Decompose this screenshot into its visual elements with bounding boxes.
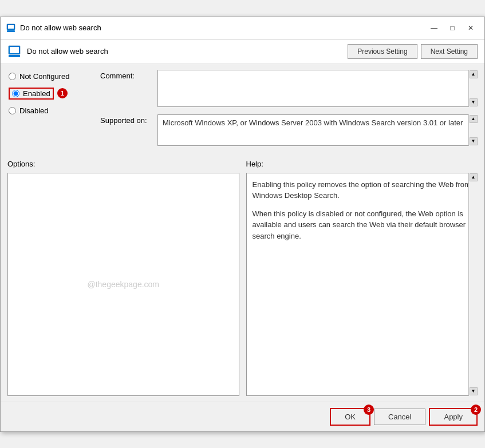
- help-scroll-down[interactable]: ▼: [470, 387, 478, 395]
- title-bar: Do not allow web search — □ ✕: [1, 17, 484, 39]
- minimize-button[interactable]: —: [426, 22, 442, 34]
- left-panel: Not Configured Enabled 1 Disabled: [7, 70, 93, 152]
- header-bar: Do not allow web search Previous Setting…: [1, 39, 484, 64]
- enabled-badge: 1: [57, 88, 68, 98]
- watermark-text: @thegeekpage.com: [87, 280, 159, 289]
- options-panel: @thegeekpage.com: [7, 173, 239, 396]
- enabled-label: Enabled: [23, 89, 50, 98]
- maximize-button[interactable]: □: [444, 22, 460, 34]
- bottom-bar: OK 3 Cancel Apply 2: [1, 402, 484, 431]
- apply-button[interactable]: Apply: [430, 409, 476, 425]
- supported-scroll-down[interactable]: ▼: [470, 137, 478, 145]
- comment-label: Comment:: [100, 70, 157, 80]
- disabled-radio[interactable]: [9, 107, 16, 114]
- header-icon: [7, 45, 21, 58]
- supported-text: Microsoft Windows XP, or Windows Server …: [157, 114, 478, 146]
- options-label: Options:: [7, 157, 239, 172]
- supported-label: Supported on:: [100, 114, 157, 125]
- main-content: Not Configured Enabled 1 Disabled: [1, 64, 484, 402]
- title-bar-icon: [6, 23, 15, 33]
- help-label: Help:: [246, 157, 478, 172]
- help-paragraph-2: When this policy is disabled or not conf…: [253, 208, 472, 242]
- not-configured-label: Not Configured: [19, 72, 69, 81]
- apply-button-wrapper: Apply 2: [429, 408, 478, 426]
- svg-rect-4: [10, 47, 19, 53]
- radio-group: Not Configured Enabled 1 Disabled: [7, 70, 93, 117]
- options-help-panels: @thegeekpage.com Enabling this policy re…: [7, 173, 478, 396]
- not-configured-option[interactable]: Not Configured: [7, 70, 93, 83]
- header-title: Do not allow web search: [27, 47, 348, 55]
- comment-row: Comment: ▲ ▼: [100, 70, 478, 109]
- disabled-label: Disabled: [19, 106, 49, 115]
- not-configured-radio[interactable]: [9, 73, 16, 80]
- comment-scroll-down[interactable]: ▼: [470, 98, 478, 106]
- help-scroll-up[interactable]: ▲: [470, 173, 478, 181]
- comment-field-wrapper: ▲ ▼: [157, 70, 478, 109]
- supported-field-wrapper: Microsoft Windows XP, or Windows Server …: [157, 114, 478, 146]
- enabled-radio[interactable]: [12, 90, 19, 97]
- options-col: @thegeekpage.com: [7, 173, 239, 396]
- supported-row: Supported on: Microsoft Windows XP, or W…: [100, 114, 478, 146]
- close-button[interactable]: ✕: [463, 22, 479, 34]
- right-panel: Comment: ▲ ▼ Supported on: Microsoft Win…: [100, 70, 478, 152]
- enabled-option[interactable]: Enabled 1: [7, 85, 93, 102]
- header-navigation: Previous Setting Next Setting: [348, 44, 478, 59]
- comment-scroll-up[interactable]: ▲: [470, 70, 478, 78]
- options-help-labels: Options: Help:: [7, 157, 478, 172]
- disabled-option[interactable]: Disabled: [7, 104, 93, 117]
- apply-badge: 2: [471, 405, 481, 415]
- svg-rect-2: [7, 30, 15, 32]
- next-setting-button[interactable]: Next Setting: [421, 44, 478, 59]
- window-controls: — □ ✕: [426, 22, 479, 34]
- comment-textarea[interactable]: [157, 70, 478, 107]
- help-panel: Enabling this policy removes the option …: [246, 173, 478, 396]
- help-paragraph-1: Enabling this policy removes the option …: [253, 179, 472, 201]
- supported-scroll-up[interactable]: ▲: [470, 115, 478, 123]
- ok-button-wrapper: OK 3: [330, 408, 370, 426]
- ok-badge: 3: [364, 405, 374, 415]
- previous-setting-button[interactable]: Previous Setting: [348, 44, 417, 59]
- top-section: Not Configured Enabled 1 Disabled: [7, 70, 478, 152]
- svg-rect-1: [8, 25, 14, 29]
- svg-rect-5: [9, 55, 20, 57]
- help-col: Enabling this policy removes the option …: [246, 173, 478, 396]
- main-window: Do not allow web search — □ ✕ Do not all…: [0, 17, 485, 432]
- cancel-button[interactable]: Cancel: [374, 409, 425, 425]
- window-title: Do not allow web search: [20, 23, 426, 32]
